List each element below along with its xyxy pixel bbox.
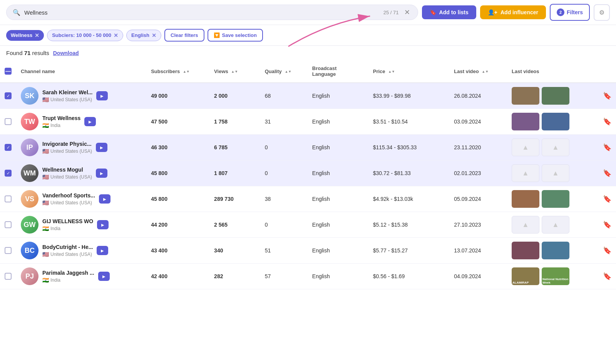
clear-search-button[interactable]: ✕ [403,8,412,17]
filters-button[interactable]: 2 Filters [550,4,590,21]
price-cell: $4.92k - $13.03k [368,186,450,212]
filter-tag-wellness[interactable]: Wellness ✕ [6,30,44,41]
price-cell: $5.77 - $15.27 [368,238,450,264]
download-button[interactable]: Download [53,50,79,56]
row-checkbox[interactable] [5,92,12,99]
row-checkbox[interactable] [5,195,12,202]
row-checkbox[interactable] [5,144,12,151]
video-thumbnail[interactable]: ALAMIRAP [512,267,539,285]
column-views[interactable]: Views ▲▼ [209,60,260,83]
channel-cell: BC BodyCutright - He... 🇺🇸 United States… [16,238,146,264]
search-input[interactable] [24,9,380,16]
views-cell: 340 [209,238,260,264]
clear-filters-button[interactable]: Clear filters [164,29,204,42]
remove-subscribers-filter[interactable]: ✕ [114,32,118,38]
language-cell: English [308,83,368,109]
bookmark-button[interactable]: 🔖 [603,246,611,255]
save-selection-button[interactable]: 🔽 Save selection [208,29,263,42]
bookmark-button[interactable]: 🔖 [603,169,611,177]
bookmark-cell: 🔖 [598,238,616,264]
search-icon: 🔍 [13,9,20,16]
play-channel-button[interactable] [84,117,96,126]
language-cell: English [308,238,368,264]
column-price[interactable]: Price ▲▼ [368,60,450,83]
row-checkbox[interactable] [5,273,12,280]
bookmark-cell: 🔖 [598,186,616,212]
column-channel-name[interactable]: Channel name [16,60,146,83]
channel-country: 🇺🇸 United States (USA) [42,148,92,154]
filter-tag-label: Subciers: 10 000 - 50 000 [52,32,111,38]
add-to-lists-button[interactable]: 🔖 Add to lists [422,5,476,19]
table-row: PJ Parimala Jaggesh ... 🇮🇳 India 42 4002… [0,264,616,289]
filters-row: Wellness ✕ Subciers: 10 000 - 50 000 ✕ E… [0,25,616,46]
video-thumbnail[interactable] [512,190,539,208]
avatar: WM [21,164,38,182]
video-thumbnail[interactable] [542,190,569,208]
quality-cell: 68 [260,83,308,109]
table-row: GW GIJ WELLNESS WO 🇮🇳 India 44 2002 5650… [0,212,616,238]
channel-name: GIJ WELLNESS WO [42,218,93,224]
table-body: SK Sarah Kleiner Wel... 🇺🇸 United States… [0,83,616,289]
language-cell: English [308,135,368,160]
channel-cell: IP Invigorate Physic... 🇺🇸 United States… [16,135,146,160]
sort-arrows: ▲▼ [285,70,291,73]
bookmark-button[interactable]: 🔖 [603,220,611,229]
last-video-date-cell: 02.01.2023 [449,160,507,186]
bookmark-button[interactable]: 🔖 [603,272,611,281]
bookmark-button[interactable]: 🔖 [603,195,611,203]
video-thumbnail[interactable] [512,113,539,130]
bookmark-button[interactable]: 🔖 [603,117,611,126]
bookmark-button[interactable]: 🔖 [603,143,611,152]
row-checkbox[interactable] [5,221,12,228]
video-thumbnail[interactable] [512,242,539,259]
play-channel-button[interactable] [97,246,108,255]
column-last-video[interactable]: Last video ▲▼ [449,60,507,83]
language-cell: English [308,186,368,212]
filter-tag-english[interactable]: English ✕ [126,30,161,41]
remove-english-filter[interactable]: ✕ [152,32,156,38]
last-video-date-cell: 05.09.2024 [449,186,507,212]
quality-cell: 38 [260,186,308,212]
select-all-checkbox[interactable]: — [5,68,12,75]
results-row: Found 71 results Download [0,46,616,60]
play-channel-button[interactable] [96,91,108,100]
bookmark-button[interactable]: 🔖 [603,92,611,100]
subscribers-cell: 45 800 [146,186,209,212]
video-thumbnail[interactable] [542,113,569,130]
play-channel-button[interactable] [98,272,110,281]
subscribers-cell: 46 300 [146,135,209,160]
play-channel-button[interactable] [96,169,107,178]
add-influencer-button[interactable]: 👤+ Add influencer [480,5,546,19]
subscribers-cell: 45 800 [146,160,209,186]
play-channel-button[interactable] [97,220,109,229]
bookmark-cell: 🔖 [598,212,616,238]
video-thumbnail[interactable]: National Nutrition Week [542,267,569,285]
row-checkbox[interactable] [5,247,12,254]
filter-tag-subscribers[interactable]: Subciers: 10 000 - 50 000 ✕ [47,30,123,41]
influencer-table: — Channel name Subscribers ▲▼ Views ▲▼ Q… [0,60,616,289]
quality-cell: 57 [260,264,308,289]
column-last-videos: Last videos [507,60,598,83]
channel-cell: VS Vanderhoof Sports... 🇺🇸 United States… [16,186,146,212]
column-quality[interactable]: Quality ▲▼ [260,60,308,83]
filter-settings-button[interactable]: ⚙ [594,4,610,21]
remove-wellness-filter[interactable]: ✕ [35,32,39,38]
column-subscribers[interactable]: Subscribers ▲▼ [146,60,209,83]
row-checkbox[interactable] [5,118,12,125]
sort-arrows: ▲▼ [183,70,190,73]
row-checkbox[interactable] [5,170,12,177]
channel-cell: TW Trupt Wellness 🇮🇳 India [16,109,146,135]
video-thumbnail[interactable] [512,87,539,105]
quality-cell: 31 [260,109,308,135]
video-thumbnail[interactable] [542,242,569,259]
video-thumbnail[interactable] [542,87,569,105]
channel-cell: GW GIJ WELLNESS WO 🇮🇳 India [16,212,146,238]
play-channel-button[interactable] [96,143,107,152]
bookmark-icon: 🔖 [430,9,436,15]
last-videos-cell [507,186,598,212]
select-all-header[interactable]: — [0,60,16,83]
bookmark-cell: 🔖 [598,160,616,186]
video-thumbnail-placeholder: ▲ [512,139,539,156]
play-channel-button[interactable] [99,194,110,204]
channel-name: Parimala Jaggesh ... [42,270,94,276]
